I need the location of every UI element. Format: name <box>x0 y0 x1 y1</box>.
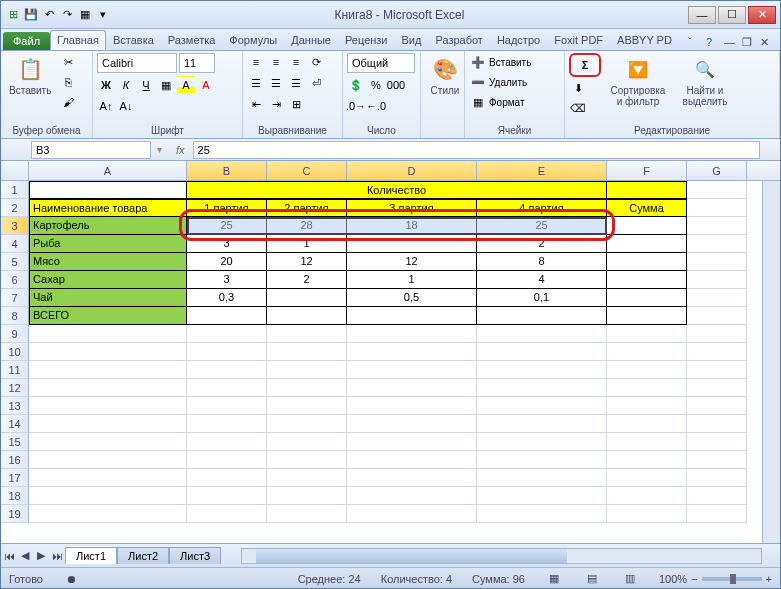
cell-D3[interactable]: 18 <box>347 217 477 235</box>
redo-icon[interactable]: ↷ <box>59 7 75 23</box>
cell-F9[interactable] <box>607 325 687 343</box>
cell-A6[interactable]: Сахар <box>29 271 187 289</box>
cell-C13[interactable] <box>267 397 347 415</box>
qat-icon[interactable]: ▦ <box>77 7 93 23</box>
insert-cells-button[interactable]: ➕Вставить <box>469 53 531 71</box>
row-header-11[interactable]: 11 <box>1 361 29 379</box>
tab-вид[interactable]: Вид <box>395 30 429 50</box>
cell-C14[interactable] <box>267 415 347 433</box>
align-top-icon[interactable]: ≡ <box>247 53 265 71</box>
row-header-14[interactable]: 14 <box>1 415 29 433</box>
cut-icon[interactable]: ✂ <box>59 53 77 71</box>
zoom-control[interactable]: 100% − + <box>659 573 772 585</box>
cell-G14[interactable] <box>687 415 747 433</box>
cell-A5[interactable]: Мясо <box>29 253 187 271</box>
cell-B10[interactable] <box>187 343 267 361</box>
font-name-combo[interactable]: Calibri <box>97 53 177 73</box>
zoom-out-icon[interactable]: − <box>691 573 697 585</box>
cell-E15[interactable] <box>477 433 607 451</box>
cell-A17[interactable] <box>29 469 187 487</box>
cell-B9[interactable] <box>187 325 267 343</box>
undo-icon[interactable]: ↶ <box>41 7 57 23</box>
cell-A4[interactable]: Рыба <box>29 235 187 253</box>
clear-icon[interactable]: ⌫ <box>569 99 587 117</box>
close-button[interactable]: ✕ <box>748 6 776 24</box>
cell-D12[interactable] <box>347 379 477 397</box>
row-header-8[interactable]: 8 <box>1 307 29 325</box>
cell-F8[interactable] <box>607 307 687 325</box>
cell-A9[interactable] <box>29 325 187 343</box>
tab-abbyy pd[interactable]: ABBYY PD <box>610 30 679 50</box>
cell-F18[interactable] <box>607 487 687 505</box>
cell-C16[interactable] <box>267 451 347 469</box>
row-header-18[interactable]: 18 <box>1 487 29 505</box>
cell-F14[interactable] <box>607 415 687 433</box>
cell-A15[interactable] <box>29 433 187 451</box>
tab-вставка[interactable]: Вставка <box>106 30 161 50</box>
autosum-button[interactable]: Σ <box>573 56 597 74</box>
styles-button[interactable]: 🎨 Стили <box>425 53 465 98</box>
window-min-icon[interactable]: — <box>724 36 738 50</box>
select-all-corner[interactable] <box>1 161 29 180</box>
zoom-slider[interactable] <box>702 577 762 581</box>
cell-C5[interactable]: 12 <box>267 253 347 271</box>
cell-F15[interactable] <box>607 433 687 451</box>
merge-icon[interactable]: ⊞ <box>287 95 305 113</box>
tab-рецензи[interactable]: Рецензи <box>338 30 395 50</box>
cell-A16[interactable] <box>29 451 187 469</box>
cell-A12[interactable] <box>29 379 187 397</box>
cell-E6[interactable]: 4 <box>477 271 607 289</box>
cell-F1[interactable] <box>607 181 687 199</box>
cell-E10[interactable] <box>477 343 607 361</box>
cell-D5[interactable]: 12 <box>347 253 477 271</box>
row-header-13[interactable]: 13 <box>1 397 29 415</box>
spreadsheet-grid[interactable]: ABCDEFG 12345678910111213141516171819 Ко… <box>1 161 780 543</box>
paste-button[interactable]: 📋 Вставить <box>5 53 55 98</box>
cell-D19[interactable] <box>347 505 477 523</box>
cell-E18[interactable] <box>477 487 607 505</box>
inc-decimal-icon[interactable]: .0→ <box>347 97 365 115</box>
cell-F7[interactable] <box>607 289 687 307</box>
align-mid-icon[interactable]: ≡ <box>267 53 285 71</box>
column-header-D[interactable]: D <box>347 161 477 180</box>
tab-надстро[interactable]: Надстро <box>490 30 547 50</box>
cell-G5[interactable] <box>687 253 747 271</box>
dec-decimal-icon[interactable]: ←.0 <box>367 97 385 115</box>
copy-icon[interactable]: ⎘ <box>59 73 77 91</box>
cell-G12[interactable] <box>687 379 747 397</box>
cell-B3[interactable]: 25 <box>187 217 267 235</box>
cell-C7[interactable] <box>267 289 347 307</box>
cell-A13[interactable] <box>29 397 187 415</box>
cell-G7[interactable] <box>687 289 747 307</box>
cell-A14[interactable] <box>29 415 187 433</box>
cell-D15[interactable] <box>347 433 477 451</box>
qat-dropdown-icon[interactable]: ▾ <box>95 7 111 23</box>
tab-разработ[interactable]: Разработ <box>428 30 489 50</box>
cell-E3[interactable]: 25 <box>477 217 607 235</box>
cell-F16[interactable] <box>607 451 687 469</box>
row-header-1[interactable]: 1 <box>1 181 29 199</box>
cell-B2[interactable]: 1 партия <box>187 199 267 217</box>
cell-B1[interactable]: Количество <box>187 181 607 199</box>
increase-font-icon[interactable]: A↑ <box>97 97 115 115</box>
fill-color-icon[interactable]: A <box>177 76 195 94</box>
maximize-button[interactable]: ☐ <box>718 6 746 24</box>
column-header-E[interactable]: E <box>477 161 607 180</box>
cell-E7[interactable]: 0,1 <box>477 289 607 307</box>
cell-G17[interactable] <box>687 469 747 487</box>
cell-D16[interactable] <box>347 451 477 469</box>
cell-E17[interactable] <box>477 469 607 487</box>
save-icon[interactable]: 💾 <box>23 7 39 23</box>
view-break-icon[interactable]: ▥ <box>621 570 639 588</box>
cell-C8[interactable] <box>267 307 347 325</box>
zoom-in-icon[interactable]: + <box>766 573 772 585</box>
row-header-6[interactable]: 6 <box>1 271 29 289</box>
cell-B14[interactable] <box>187 415 267 433</box>
last-sheet-icon[interactable]: ⏭ <box>49 550 65 562</box>
indent-inc-icon[interactable]: ⇥ <box>267 95 285 113</box>
cell-C6[interactable]: 2 <box>267 271 347 289</box>
row-header-5[interactable]: 5 <box>1 253 29 271</box>
cell-A11[interactable] <box>29 361 187 379</box>
row-header-15[interactable]: 15 <box>1 433 29 451</box>
cell-F19[interactable] <box>607 505 687 523</box>
